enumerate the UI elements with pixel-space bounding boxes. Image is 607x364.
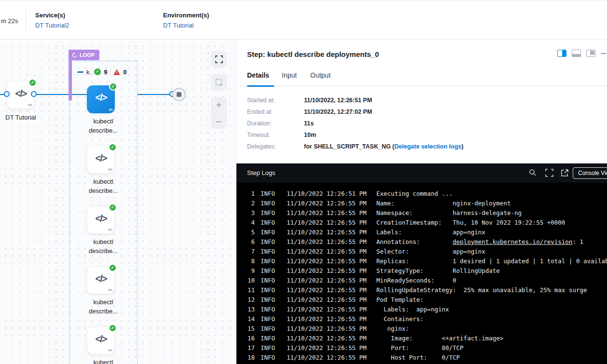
logs-search-button[interactable] bbox=[529, 169, 537, 178]
tab-input[interactable]: Input bbox=[282, 71, 297, 79]
minimize-panel-button[interactable] bbox=[601, 53, 607, 54]
success-badge: ✓ bbox=[109, 143, 117, 151]
log-message: Image: <+artifact.image> bbox=[376, 335, 503, 342]
stage-end-node[interactable] bbox=[172, 88, 186, 101]
collapse-loop-button[interactable] bbox=[77, 71, 83, 73]
log-line-number: 18 bbox=[245, 354, 255, 361]
detail-row: Delegates:for SHELL_SCRIPT_TASK_NG (Dele… bbox=[247, 143, 463, 155]
log-line: 17INFO11/10/2022 12:26:55 PM Port: 80/TC… bbox=[236, 343, 607, 352]
log-line: 8INFO11/10/2022 12:26:55 PMReplicas: 1 d… bbox=[236, 256, 607, 266]
tab-details[interactable]: Details bbox=[247, 71, 269, 79]
log-line: 18INFO11/10/2022 12:26:55 PM Host Port: … bbox=[236, 352, 607, 362]
log-level: INFO bbox=[261, 209, 275, 216]
log-line-number: 13 bbox=[245, 306, 255, 313]
detail-value: 11s bbox=[304, 120, 314, 127]
log-level: INFO bbox=[261, 267, 275, 274]
environment-link[interactable]: DT Tutorial bbox=[163, 22, 209, 29]
environment-label: Environment(s) bbox=[163, 12, 209, 19]
log-line-number: 3 bbox=[245, 209, 255, 216]
log-line-number: 8 bbox=[245, 257, 255, 265]
log-message: Replicas: 1 desired | 1 updated | 1 tota… bbox=[376, 257, 607, 265]
delegate-selection-logs-link[interactable]: Delegate selection logs bbox=[394, 143, 461, 150]
pipeline-graph-canvas[interactable]: LOOP k. ✓ 9 0 </> </> ✓ DT Tutorial < bbox=[0, 40, 236, 364]
detail-label: Started at: bbox=[247, 97, 304, 104]
canvas-fullscreen-button[interactable] bbox=[211, 51, 227, 67]
detail-row: Ended at:11/10/2022, 12:27:02 PM bbox=[247, 108, 463, 120]
log-message: CreationTimestamp: Thu, 10 Nov 2022 19:2… bbox=[376, 219, 565, 226]
detail-value: 11/10/2022, 12:26:51 PM bbox=[304, 97, 372, 104]
success-badge: ✓ bbox=[109, 203, 117, 212]
canvas-select-button[interactable] bbox=[211, 74, 227, 91]
log-line-number: 12 bbox=[245, 296, 255, 303]
log-message: Executing command ... bbox=[376, 190, 453, 197]
log-message-link[interactable]: deployment.kubernetes.io/revision bbox=[453, 238, 572, 245]
pipeline-duration: m 22s bbox=[1, 17, 18, 25]
loop-node-kubectl-describe[interactable]: </></>✓ bbox=[87, 266, 115, 294]
edge-loop-to-end bbox=[138, 94, 173, 95]
log-level: INFO bbox=[261, 325, 275, 332]
log-line: 1INFO11/10/2022 12:26:51 PMExecuting com… bbox=[236, 189, 607, 198]
log-line-number: 1 bbox=[245, 190, 255, 197]
log-timestamp: 11/10/2022 12:26:55 PM bbox=[287, 200, 367, 207]
log-timestamp: 11/10/2022 12:26:55 PM bbox=[287, 306, 367, 313]
logs-open-new-tab-button[interactable] bbox=[561, 169, 569, 179]
node-dt-tutorial[interactable]: </> </> ✓ bbox=[7, 81, 35, 109]
tab-output[interactable]: Output bbox=[310, 71, 331, 79]
loop-node-label: kubectldescribe... bbox=[69, 237, 137, 256]
log-message: Containers: bbox=[376, 315, 424, 323]
layout-bottom-button[interactable] bbox=[572, 50, 581, 57]
log-line-number: 10 bbox=[245, 277, 255, 284]
loop-node-label: kubectldescribe... bbox=[69, 117, 137, 135]
log-level: INFO bbox=[261, 229, 275, 236]
log-level: INFO bbox=[261, 257, 275, 265]
log-line: 6INFO11/10/2022 12:26:55 PMAnnotations: … bbox=[236, 237, 607, 246]
console-view-button[interactable]: Console View bbox=[573, 167, 607, 179]
log-message: Annotations: deployment.kubernetes.io/re… bbox=[376, 238, 583, 245]
log-line: 3INFO11/10/2022 12:26:55 PMNamespace: ha… bbox=[236, 208, 607, 217]
failed-count: 0 bbox=[123, 68, 126, 76]
log-line-number: 11 bbox=[245, 286, 255, 294]
loop-node-label: kubectldescribe... bbox=[69, 177, 137, 195]
loop-node-kubectl-describe[interactable]: </></>✓ bbox=[87, 206, 115, 234]
fullscreen-icon bbox=[215, 55, 223, 63]
loop-node-kubectl-describe[interactable]: </></>✓ bbox=[87, 326, 115, 354]
step-type-icon: </> bbox=[108, 167, 112, 172]
zoom-in-button[interactable]: + bbox=[211, 97, 227, 113]
log-level: INFO bbox=[261, 248, 275, 255]
execution-topbar: m 22s Service(s) DT Tutorial2 Environmen… bbox=[0, 0, 607, 40]
layout-split-right-button[interactable] bbox=[557, 50, 566, 57]
service-link[interactable]: DT Tutorial2 bbox=[35, 22, 69, 29]
log-line-number: 15 bbox=[245, 325, 255, 332]
layout-inset-right-button[interactable] bbox=[586, 50, 595, 57]
active-tab-indicator bbox=[247, 85, 274, 87]
node-out-port[interactable] bbox=[31, 91, 37, 97]
logs-fullscreen-button[interactable] bbox=[545, 169, 553, 179]
topbar-divider bbox=[26, 9, 26, 31]
log-line: 16INFO11/10/2022 12:26:55 PM Image: <+ar… bbox=[236, 333, 607, 343]
loop-node-label: kubectldescribe... bbox=[69, 358, 137, 364]
loop-header: k. ✓ 9 0 bbox=[77, 67, 127, 76]
log-line-number: 9 bbox=[245, 267, 255, 274]
log-level: INFO bbox=[261, 306, 275, 313]
log-timestamp: 11/10/2022 12:26:55 PM bbox=[287, 238, 367, 245]
success-count-icon: ✓ bbox=[94, 68, 101, 75]
loop-step-name[interactable]: k. bbox=[86, 68, 91, 76]
detail-label: Ended at: bbox=[247, 108, 304, 115]
loop-badge[interactable]: LOOP bbox=[69, 50, 99, 60]
detail-value: for SHELL_SCRIPT_TASK_NG (Delegate selec… bbox=[304, 143, 463, 150]
log-timestamp: 11/10/2022 12:26:55 PM bbox=[287, 286, 367, 294]
log-message: Namespace: harness-delegate-ng bbox=[376, 209, 522, 216]
step-tabs: DetailsInputOutput bbox=[238, 68, 607, 86]
step-type-icon: </> bbox=[28, 103, 32, 107]
loop-node-kubectl-describe[interactable]: </></>✓ bbox=[87, 85, 115, 113]
zoom-out-button[interactable]: – bbox=[211, 113, 227, 129]
step-logs-console[interactable]: 1INFO11/10/2022 12:26:51 PMExecuting com… bbox=[236, 183, 607, 364]
loop-node-kubectl-describe[interactable]: </></>✓ bbox=[87, 146, 115, 174]
log-level: INFO bbox=[261, 190, 275, 197]
node-in-port[interactable] bbox=[4, 91, 10, 97]
log-line-number: 5 bbox=[245, 229, 255, 236]
log-line: 14INFO11/10/2022 12:26:55 PM Containers: bbox=[236, 314, 607, 324]
log-timestamp: 11/10/2022 12:26:55 PM bbox=[287, 354, 367, 361]
log-timestamp: 11/10/2022 12:26:55 PM bbox=[287, 229, 367, 236]
success-badge: ✓ bbox=[109, 324, 117, 332]
